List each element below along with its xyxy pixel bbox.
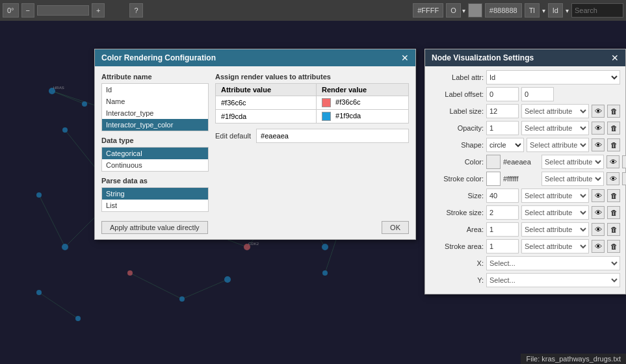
zoom-in-button[interactable]: + (92, 3, 105, 18)
opacity-input[interactable] (486, 121, 519, 135)
top-toolbar: 0° − + ? #FFFF O ▾ #888888 Tl ▾ Id ▾ (0, 0, 626, 21)
stroke-color-select-attr[interactable]: Select attribute (541, 172, 604, 186)
svg-text:CDK2: CDK2 (248, 242, 259, 246)
stroke-area-del-btn[interactable]: 🗑 (607, 240, 620, 253)
edit-default-row: Edit default (215, 129, 409, 143)
color-del-btn[interactable]: 🗑 (622, 155, 626, 168)
label-attr-label: Label attr: (430, 73, 484, 81)
stroke-area-row: Stroke area: Select attribute 👁 🗑 (430, 239, 620, 254)
svg-point-31 (179, 296, 185, 302)
stroke-color-hex: #ffffff (503, 175, 539, 183)
stroke-area-input[interactable] (486, 239, 519, 254)
shape-del-btn[interactable]: 🗑 (607, 138, 620, 151)
attr-item-interactor-type[interactable]: Interactor_type (102, 107, 208, 119)
stroke-size-del-btn[interactable]: 🗑 (607, 206, 620, 219)
attr-item-interactor-type-color[interactable]: Interactor_type_color (102, 119, 208, 131)
opacity-select-attr[interactable]: Select attribute (521, 121, 589, 135)
id-label: Id (548, 3, 563, 18)
size-input[interactable] (486, 188, 519, 203)
render-val-cell-1[interactable]: #f36c6c (317, 96, 409, 110)
svg-line-17 (325, 234, 338, 273)
shape-label: Shape: (430, 141, 484, 149)
parse-list: String List (101, 187, 209, 212)
stroke-size-label: Stroke size: (430, 209, 484, 216)
label-size-del-btn[interactable]: 🗑 (607, 105, 620, 118)
stroke-color-eye-btn[interactable]: 👁 (606, 172, 619, 185)
stroke-area-eye-btn[interactable]: 👁 (592, 240, 605, 253)
stroke-area-select-attr[interactable]: Select attribute (521, 239, 589, 254)
zoom-slider[interactable] (37, 5, 89, 16)
color-dialog-close[interactable]: ✕ (401, 53, 409, 62)
search-input[interactable] (571, 3, 623, 18)
node-panel-close[interactable]: ✕ (611, 53, 619, 62)
area-select-attr[interactable]: Select attribute (521, 222, 589, 237)
opacity-eye-btn[interactable]: 👁 (592, 122, 605, 135)
label-attr-row: Label attr: Id (430, 70, 620, 84)
node-panel-header: Node Visualization Settings ✕ (425, 49, 625, 66)
stroke-color-box[interactable] (486, 172, 501, 186)
help-button[interactable]: ? (129, 3, 142, 18)
svg-line-18 (52, 91, 85, 104)
attr-val-cell-1[interactable]: #f36c6c (216, 96, 317, 110)
zoom-out-button[interactable]: − (21, 3, 34, 18)
parse-item-string[interactable]: String (102, 188, 208, 200)
fill-color-display: #FFFF (413, 3, 443, 18)
x-label: X: (430, 259, 484, 267)
render-val-cell-2[interactable]: #1f9cda (317, 110, 409, 124)
ok-button[interactable]: OK (382, 221, 409, 234)
apply-attribute-button[interactable]: Apply attribute value directly (101, 221, 208, 234)
area-eye-btn[interactable]: 👁 (592, 223, 605, 236)
shape-eye-btn[interactable]: 👁 (592, 138, 605, 151)
data-type-continuous[interactable]: Continuous (102, 159, 208, 171)
svg-point-40 (322, 270, 328, 276)
attr-val-cell-2[interactable]: #1f9cda (216, 110, 317, 124)
parse-item-list[interactable]: List (102, 200, 208, 211)
attr-item-name[interactable]: Name (102, 96, 208, 107)
file-info-bar: File: kras_pathways_drugs.txt (521, 354, 626, 364)
svg-line-10 (130, 273, 182, 299)
color-row: Color: #eaeaea Select attribute 👁 🗑 (430, 155, 620, 169)
stroke-size-eye-btn[interactable]: 👁 (592, 206, 605, 219)
color-picker-box[interactable] (468, 3, 482, 18)
color-box[interactable] (486, 155, 501, 169)
svg-point-33 (36, 290, 42, 295)
label-offset-y[interactable] (521, 87, 554, 101)
attr-item-id[interactable]: Id (102, 84, 208, 96)
size-del-btn[interactable]: 🗑 (607, 189, 620, 202)
label-size-eye-btn[interactable]: 👁 (592, 105, 605, 118)
x-row: X: Select... (430, 256, 620, 270)
label-size-input[interactable] (486, 104, 519, 118)
size-eye-btn[interactable]: 👁 (592, 189, 605, 202)
shape-select-attr[interactable]: Select attribute (527, 138, 589, 152)
label-attr-select[interactable]: Id (486, 70, 620, 84)
color-label: Color: (430, 158, 484, 166)
size-select-attr[interactable]: Select attribute (521, 188, 589, 203)
color-dialog-title: Color Rendering Configuration (101, 53, 216, 62)
label-offset-label: Label offset: (430, 90, 484, 98)
opacity-del-btn[interactable]: 🗑 (607, 122, 620, 135)
color-rendering-dialog: Color Rendering Configuration ✕ Attribut… (94, 49, 416, 240)
label-size-select-attr[interactable]: Select attribute (521, 104, 589, 118)
color-dialog-body: Attribute name Id Name Interactor_type I… (95, 66, 415, 218)
svg-line-9 (39, 195, 65, 247)
opacity-label: Opacity: (430, 124, 484, 132)
stroke-size-select-attr[interactable]: Select attribute (521, 205, 589, 220)
y-select[interactable]: Select... (486, 273, 620, 287)
stroke-size-input[interactable] (486, 205, 519, 220)
color-select-attr[interactable]: Select attribute (541, 155, 604, 169)
stroke-color-del-btn[interactable]: 🗑 (622, 172, 626, 185)
label-offset-x[interactable] (486, 87, 519, 101)
shape-selector[interactable]: O (446, 3, 461, 18)
x-select[interactable]: Select... (486, 256, 620, 270)
y-label: Y: (430, 276, 484, 284)
area-input[interactable] (486, 222, 519, 237)
attribute-name-label: Attribute name (101, 73, 209, 81)
color-eye-btn[interactable]: 👁 (606, 155, 619, 168)
shape-select[interactable]: circle (486, 138, 524, 152)
svg-line-11 (182, 280, 228, 299)
svg-point-23 (62, 244, 68, 250)
area-del-btn[interactable]: 🗑 (607, 223, 620, 236)
color-hex-value: #eaeaea (503, 158, 539, 166)
data-type-categorical[interactable]: Categorical (102, 148, 208, 159)
edit-default-input[interactable] (256, 129, 409, 143)
